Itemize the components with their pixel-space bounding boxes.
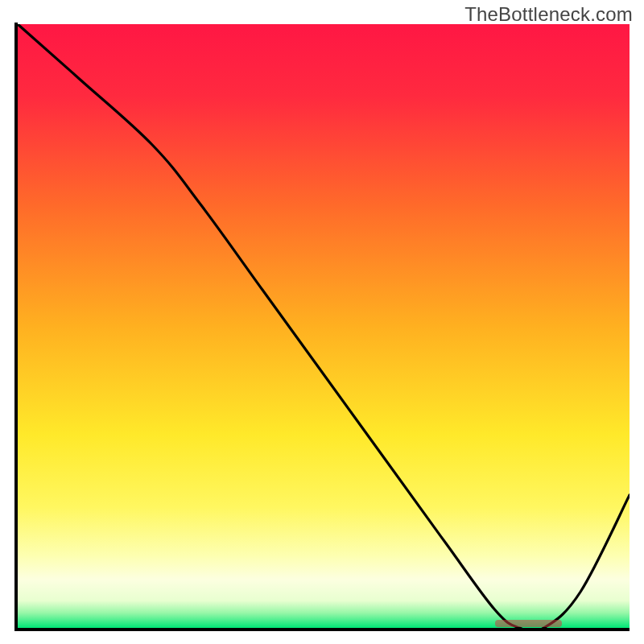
watermark-text: TheBottleneck.com bbox=[464, 3, 633, 26]
y-axis-line bbox=[14, 23, 18, 631]
line-curve bbox=[18, 24, 630, 628]
min-plateau-marker bbox=[495, 620, 563, 627]
plot-area bbox=[18, 24, 630, 628]
x-axis-line bbox=[14, 628, 630, 631]
chart-stage: TheBottleneck.com bbox=[0, 0, 644, 644]
